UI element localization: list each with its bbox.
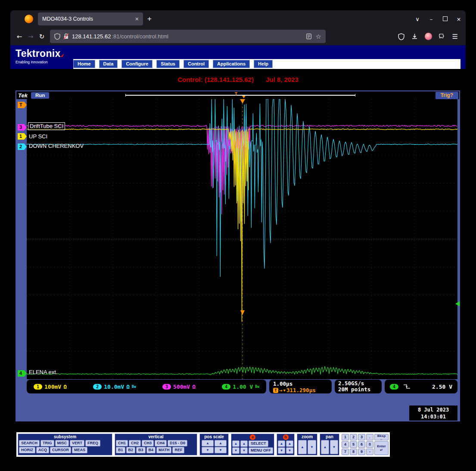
scale-down-button[interactable]: ▼ xyxy=(215,447,227,453)
zoom-in-button[interactable]: ▲ xyxy=(298,440,307,454)
key-2[interactable]: 2 xyxy=(350,434,357,440)
btn-b3[interactable]: B3 xyxy=(136,447,146,453)
firefox-view-button[interactable] xyxy=(23,13,34,25)
knob-a[interactable]: a xyxy=(250,434,255,440)
btn-search[interactable]: SEARCH xyxy=(19,440,40,446)
btn-ch3[interactable]: CH3 xyxy=(142,440,154,446)
tracking-protection-shield-icon[interactable] xyxy=(54,33,60,40)
knob-a-up-coarse-button[interactable]: ▲ xyxy=(232,440,240,447)
btn-b4[interactable]: B4 xyxy=(146,447,156,453)
knob-a-up-fine-button[interactable]: ▲ xyxy=(240,440,248,447)
enter-key[interactable]: Enter↵ xyxy=(374,441,389,455)
key-4[interactable]: 4 xyxy=(342,441,349,448)
reader-view-icon[interactable] xyxy=(306,34,311,39)
zoom-group: zoom ▲ ▼ xyxy=(297,434,317,455)
btn-ref[interactable]: REF xyxy=(172,447,184,453)
window-maximize-button[interactable] xyxy=(438,16,452,22)
reload-button[interactable]: ↻ xyxy=(36,33,47,41)
navigation-toolbar: ← → ↻ 128.141.125.62:81/control/control.… xyxy=(10,28,466,45)
key-5[interactable]: 5 xyxy=(350,441,357,448)
btn-b1[interactable]: B1 xyxy=(116,447,125,453)
btn-vert[interactable]: VERT xyxy=(70,440,84,446)
nav-help[interactable]: Help xyxy=(254,60,273,68)
key-minus[interactable]: - xyxy=(366,449,373,455)
scale-up-button[interactable]: ▲ xyxy=(215,440,227,446)
key-6[interactable]: 6 xyxy=(358,441,365,448)
zoom-out-button[interactable]: ▼ xyxy=(308,440,316,454)
knob-b-up-coarse-button[interactable]: ▲ xyxy=(278,440,285,447)
key-8[interactable]: 8 xyxy=(350,449,357,455)
btn-meas[interactable]: MEAS xyxy=(72,447,87,453)
ch4-readout: 4 1.00 V Bw xyxy=(222,384,259,390)
btn-b2[interactable]: B2 xyxy=(126,447,136,453)
btn-horiz[interactable]: HORIZ xyxy=(19,447,35,453)
shield-icon[interactable] xyxy=(398,33,404,40)
tab-list-chevron-icon[interactable]: ∨ xyxy=(411,16,424,22)
nav-configure[interactable]: Configure xyxy=(121,60,152,68)
nav-home[interactable]: Home xyxy=(73,60,95,68)
btn-ch4[interactable]: CH4 xyxy=(155,440,167,446)
key-0[interactable]: 0 xyxy=(366,441,373,448)
url-field[interactable]: 128.141.125.62:81/control/control.html ☆ xyxy=(50,30,326,43)
trigger-readout: 4 2.50 V xyxy=(385,380,457,393)
menu-hamburger-icon[interactable]: ☰ xyxy=(452,33,458,41)
btn-ch2[interactable]: CH2 xyxy=(129,440,141,446)
bookmark-star-icon[interactable]: ☆ xyxy=(316,33,321,41)
tab-close-icon[interactable]: × xyxy=(135,16,139,22)
nav-data[interactable]: Data xyxy=(99,60,118,68)
btn-cursor[interactable]: CURSOR xyxy=(50,447,71,453)
position-up-button[interactable]: ▲ xyxy=(202,440,214,446)
btn-acq[interactable]: ACQ xyxy=(36,447,49,453)
nav-status[interactable]: Status xyxy=(156,60,180,68)
maximize-icon xyxy=(443,16,448,21)
logo-red-mark-icon xyxy=(60,53,64,57)
extensions-puzzle-icon[interactable] xyxy=(439,33,445,40)
vertical-group: vertical CH1 CH2 CH3 CH4 D15 - D0 B1 B2 … xyxy=(115,434,197,455)
window-minimize-button[interactable]: – xyxy=(424,16,438,22)
knob-b-up-fine-button[interactable]: ▲ xyxy=(286,440,293,447)
knob-a-down-fine-button[interactable]: ▼ xyxy=(240,447,248,454)
knob-b-down-coarse-button[interactable]: ▼ xyxy=(278,447,285,454)
ch1-readout: 1 100mV Ω xyxy=(34,384,67,390)
insecure-lock-icon[interactable] xyxy=(63,33,69,40)
downloads-icon[interactable] xyxy=(411,33,418,40)
ch3-badge: 3 xyxy=(162,384,171,390)
enter-arrow-icon: ↵ xyxy=(380,448,383,452)
btn-freq[interactable]: FREQ xyxy=(85,440,100,446)
nav-applications[interactable]: Applications xyxy=(213,60,250,68)
scope-screen[interactable]: DriftTube SCI UP SCI DOWN CHERENKOV ELEN… xyxy=(27,99,457,379)
forward-button[interactable]: → xyxy=(25,33,36,41)
acquisition-readout: 2.50GS/s 20M points xyxy=(335,380,382,393)
position-down-button[interactable]: ▼ xyxy=(202,447,214,453)
btn-trig[interactable]: TRIG xyxy=(40,440,54,446)
nav-control[interactable]: Control xyxy=(184,60,209,68)
account-avatar-icon[interactable] xyxy=(425,33,432,40)
ch2-readout: 2 10.0mV Ω Bw xyxy=(93,384,136,390)
new-tab-button[interactable]: + xyxy=(143,15,156,23)
pos-scale-title: pos scale xyxy=(201,434,227,440)
back-button[interactable]: ← xyxy=(14,33,25,41)
pan-right-button[interactable]: ▼ xyxy=(330,440,338,454)
key-3[interactable]: 3 xyxy=(358,434,365,440)
btn-ch1[interactable]: CH1 xyxy=(116,440,128,446)
key-1[interactable]: 1 xyxy=(342,434,349,440)
btn-digital[interactable]: D15 - D0 xyxy=(168,440,187,446)
browser-tab[interactable]: MDO4034-3 Controls × xyxy=(38,12,143,25)
knob-b-down-fine-button[interactable]: ▼ xyxy=(286,447,293,454)
desktop: { "browser": { "tab": { "title": "MDO403… xyxy=(0,0,476,471)
key-9[interactable]: 9 xyxy=(358,449,365,455)
backspace-key[interactable]: Bksp← xyxy=(374,434,389,440)
knob-b[interactable]: b xyxy=(283,434,289,440)
window-close-button[interactable]: × xyxy=(452,16,466,22)
channel-2-label: DOWN CHERENKOV xyxy=(29,143,84,149)
btn-math[interactable]: MATH xyxy=(156,447,171,453)
menu-off-button[interactable]: MENU OFF xyxy=(249,447,273,454)
key-dot[interactable]: . xyxy=(366,434,373,440)
key-7[interactable]: 7 xyxy=(342,449,349,455)
pan-left-button[interactable]: ▲ xyxy=(321,440,329,454)
select-button[interactable]: SELECT xyxy=(249,440,268,447)
scope-screenshot[interactable]: Tek Run T Trig? T 3 1 2 4 DriftTube SCI … xyxy=(16,90,460,421)
trigger-level-tag: T xyxy=(18,102,27,108)
knob-a-down-coarse-button[interactable]: ▼ xyxy=(232,447,240,454)
btn-misc[interactable]: MISC xyxy=(55,440,69,446)
